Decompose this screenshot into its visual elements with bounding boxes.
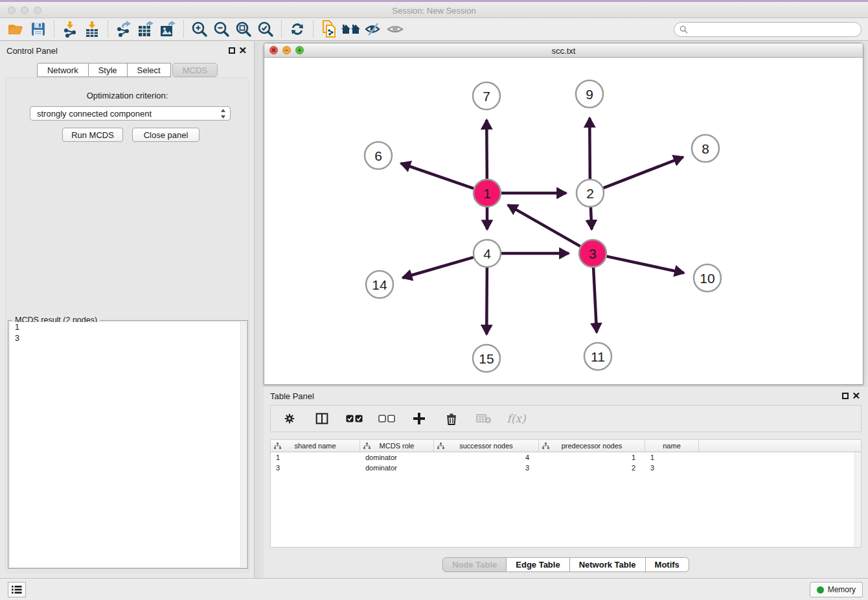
export-network-button[interactable]: [113, 19, 135, 39]
zoom-fit-button[interactable]: [233, 19, 255, 39]
close-table-panel-icon[interactable]: ✕: [852, 390, 860, 402]
tab-style[interactable]: Style: [89, 63, 128, 77]
task-history-button[interactable]: [8, 582, 26, 597]
refresh-view-button[interactable]: [286, 19, 308, 39]
tab-edge-table[interactable]: Edge Table: [507, 557, 569, 572]
column-tree-icon: [363, 443, 371, 450]
show-column-panel-button[interactable]: [312, 409, 332, 428]
import-network-button[interactable]: [59, 19, 81, 39]
graph-edge-2-8[interactable]: [604, 157, 683, 188]
table-toolbar: f(x): [270, 405, 862, 432]
table-settings-button[interactable]: [280, 409, 299, 428]
export-image-button[interactable]: [157, 19, 179, 39]
graph-edge-3-10[interactable]: [607, 257, 684, 273]
optimization-criterion-dropdown[interactable]: strongly connected component: [30, 106, 231, 121]
close-panel-icon[interactable]: ✕: [238, 45, 247, 56]
column-header-mcds-role[interactable]: MCDS role: [360, 440, 434, 452]
run-mcds-button[interactable]: Run MCDS: [62, 128, 123, 142]
graph-edge-4-15[interactable]: [486, 268, 487, 334]
network-window-title: scc.txt: [264, 46, 863, 56]
memory-status-icon: [817, 586, 824, 594]
close-panel-button[interactable]: Close panel: [132, 128, 200, 142]
graph-node-1[interactable]: 1: [474, 179, 501, 207]
graph-node-3[interactable]: 3: [579, 240, 606, 267]
export-image-icon: [159, 21, 176, 38]
graph-node-2[interactable]: 2: [577, 179, 604, 207]
dropdown-value: strongly connected component: [37, 109, 152, 119]
graph-node-14[interactable]: 14: [366, 271, 393, 298]
result-scrollbar[interactable]: [240, 322, 246, 567]
tab-network-table[interactable]: Network Table: [570, 557, 646, 572]
tab-node-table[interactable]: Node Table: [442, 557, 507, 572]
graph-node-6[interactable]: 6: [365, 142, 392, 169]
network-canvas[interactable]: 7968124314101511: [264, 58, 863, 384]
table-row[interactable]: 3dominator323: [271, 463, 861, 473]
graph-node-label: 14: [372, 277, 387, 292]
graph-node-4[interactable]: 4: [474, 240, 501, 267]
zoom-in-button[interactable]: [188, 19, 211, 39]
search-field[interactable]: [674, 22, 862, 37]
hide-selected-button[interactable]: [362, 19, 384, 39]
deselect-all-rows-button[interactable]: [377, 409, 396, 428]
create-column-button[interactable]: [409, 409, 429, 428]
clone-network-button[interactable]: [318, 19, 340, 39]
float-panel-icon[interactable]: [229, 47, 235, 54]
zoom-selected-icon: [257, 21, 274, 38]
graph-node-10[interactable]: 10: [694, 264, 721, 292]
zoom-out-button[interactable]: [211, 19, 233, 39]
save-session-button[interactable]: [27, 19, 49, 39]
mcds-result-textarea[interactable]: 13: [10, 322, 246, 567]
graph-node-9[interactable]: 9: [576, 80, 603, 108]
table-scrollbar[interactable]: [854, 452, 861, 547]
column-header-name[interactable]: name: [645, 440, 699, 452]
graph-node-label: 2: [586, 186, 594, 201]
graph-node-8[interactable]: 8: [692, 135, 719, 162]
tab-network[interactable]: Network: [37, 63, 89, 77]
column-tree-icon: [437, 443, 444, 450]
control-panel-tabs: NetworkStyleSelectMCDS: [0, 63, 255, 77]
graph-edge-2-3[interactable]: [591, 207, 591, 229]
network-graph[interactable]: 7968124314101511: [264, 58, 863, 384]
table-row[interactable]: 1dominator411: [271, 452, 861, 463]
column-header-successor-nodes[interactable]: successor nodes: [434, 440, 539, 452]
graph-edge-2-9[interactable]: [589, 118, 590, 179]
show-all-button[interactable]: [384, 19, 406, 39]
tab-select[interactable]: Select: [128, 63, 171, 77]
graph-edge-3-1[interactable]: [508, 205, 580, 246]
delete-column-button[interactable]: [442, 409, 461, 428]
select-all-rows-button[interactable]: [345, 409, 364, 428]
main-area: Control Panel ✕ NetworkStyleSelectMCDS O…: [0, 41, 868, 578]
graph-node-7[interactable]: 7: [473, 82, 500, 110]
zoom-in-icon: [191, 21, 208, 38]
graph-edge-3-11[interactable]: [593, 268, 597, 332]
graph-edge-1-7[interactable]: [486, 120, 487, 179]
table-cell: dominator: [360, 452, 434, 463]
search-input[interactable]: [691, 25, 856, 34]
table-cell: 1: [539, 452, 645, 463]
tab-motifs[interactable]: Motifs: [646, 557, 689, 572]
tab-mcds[interactable]: MCDS: [172, 63, 218, 77]
graph-edge-1-6[interactable]: [401, 163, 474, 189]
trash-icon: [446, 412, 457, 425]
graph-node-11[interactable]: 11: [584, 343, 611, 370]
table-cell: 3: [271, 463, 360, 473]
import-table-button[interactable]: [81, 19, 103, 39]
graph-node-label: 10: [700, 271, 714, 286]
network-window-titlebar[interactable]: ✕ − + scc.txt: [264, 43, 863, 58]
float-table-panel-icon[interactable]: [842, 393, 849, 399]
column-header-predecessor-nodes[interactable]: predecessor nodes: [539, 440, 645, 452]
graph-node-15[interactable]: 15: [473, 345, 500, 372]
memory-button[interactable]: Memory: [810, 582, 863, 597]
import-network-icon: [62, 21, 78, 38]
open-session-button[interactable]: [5, 19, 27, 39]
import-table-icon: [84, 21, 100, 38]
graph-node-label: 15: [479, 351, 494, 366]
table-cell: 2: [539, 463, 645, 473]
export-table-button[interactable]: [135, 19, 157, 39]
result-line: 3: [10, 333, 246, 344]
zoom-selected-button[interactable]: [255, 19, 277, 39]
graph-edge-4-14[interactable]: [403, 257, 474, 278]
graph-node-label: 7: [483, 89, 490, 104]
first-neighbors-button[interactable]: [340, 19, 362, 39]
column-header-shared-name[interactable]: shared name: [271, 440, 360, 452]
